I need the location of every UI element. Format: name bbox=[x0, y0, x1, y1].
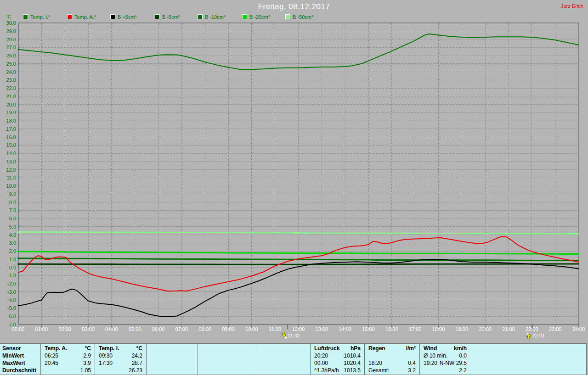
rise-arrow-icon bbox=[526, 332, 532, 339]
table-value-row: 18:200.4 bbox=[365, 359, 419, 367]
table-value-row: ^1.3hPa/h1013.5 bbox=[311, 367, 364, 374]
table-cell-time bbox=[257, 367, 261, 374]
table-cell-value: 3.9 bbox=[83, 359, 95, 367]
chart-plot bbox=[0, 0, 588, 343]
y-axis-tick-label: 27.0 bbox=[0, 45, 16, 50]
y-axis-tick-label: 6.0 bbox=[0, 216, 16, 221]
y-axis-tick-label: 21.0 bbox=[0, 94, 16, 99]
x-axis-tick-label: 19:00 bbox=[451, 326, 473, 332]
table-value-row: 00:001020.4 bbox=[311, 359, 364, 367]
y-axis-tick-label: 24.0 bbox=[0, 69, 16, 75]
table-value-row bbox=[147, 359, 198, 367]
y-axis-tick-label: 7.0 bbox=[0, 207, 16, 213]
table-column: Windkm/hØ 10 min.0.019:20N-NW 29.52.2 bbox=[419, 344, 586, 375]
table-cell-time: Ø 10 min. bbox=[420, 352, 447, 359]
table-cell-value bbox=[253, 359, 257, 367]
x-axis-tick-label: 09:00 bbox=[217, 326, 239, 332]
y-axis-tick-label: -6.0 bbox=[0, 313, 16, 319]
table-cell-time: ^1.3hPa/h bbox=[311, 367, 339, 374]
table-cell-time bbox=[257, 359, 261, 367]
table-cell-time bbox=[420, 367, 424, 374]
table-cell-value bbox=[253, 352, 257, 359]
y-axis-tick-label: 17.0 bbox=[0, 126, 16, 132]
series-b-5cm bbox=[18, 264, 579, 264]
table-cell-time bbox=[365, 352, 368, 359]
table-cell-value: 1010.4 bbox=[344, 352, 364, 359]
table-cell-time bbox=[41, 367, 45, 374]
table-value-row: 26.23 bbox=[95, 367, 146, 374]
table-value-row: 20:453.9 bbox=[41, 359, 95, 367]
table-column-header bbox=[198, 345, 257, 352]
table-column-header: Regenl/m² bbox=[365, 345, 419, 352]
table-cell-value bbox=[306, 367, 310, 374]
x-axis-tick-label: 03:00 bbox=[77, 326, 99, 332]
table-value-row bbox=[198, 367, 257, 374]
table-column: LuftdruckhPa20:201010.400:001020.4^1.3hP… bbox=[310, 344, 364, 375]
x-axis-tick-label: 01:00 bbox=[30, 326, 52, 332]
series-b-50cm bbox=[18, 232, 579, 234]
table-cell-value: 24.2 bbox=[132, 352, 146, 359]
table-cell-value: 26.23 bbox=[129, 367, 146, 374]
y-axis-tick-label: 1.0 bbox=[0, 257, 16, 262]
y-axis-tick-label: 10.0 bbox=[0, 183, 16, 189]
table-cell-value bbox=[416, 352, 419, 359]
y-axis-tick-label: 30.0 bbox=[0, 20, 16, 26]
table-cell-time: 09:30 bbox=[95, 352, 113, 359]
table-column-header: LuftdruckhPa bbox=[311, 345, 364, 352]
y-axis-tick-label: 16.0 bbox=[0, 134, 16, 140]
x-axis-tick-label: 20:00 bbox=[474, 326, 496, 332]
table-header-name bbox=[257, 345, 261, 352]
x-axis-tick-label: 08:00 bbox=[194, 326, 216, 332]
table-header-unit bbox=[194, 345, 198, 352]
table-header-name bbox=[198, 345, 202, 352]
y-axis-tick-label: 0.0 bbox=[0, 265, 16, 270]
table-row-label: Sensor bbox=[0, 345, 40, 352]
table-header-unit: l/m² bbox=[406, 345, 419, 352]
table-cell-value: 2.2 bbox=[459, 367, 470, 374]
table-cell-value bbox=[306, 352, 310, 359]
y-axis-tick-label: -4.0 bbox=[0, 297, 16, 303]
table-cell-value: 28.7 bbox=[132, 359, 146, 367]
table-cell-time bbox=[257, 352, 261, 359]
table-column-header bbox=[147, 345, 198, 352]
table-cell-value bbox=[253, 367, 257, 374]
table-column bbox=[198, 344, 257, 375]
y-axis-tick-label: 2.0 bbox=[0, 248, 16, 254]
table-cell-value bbox=[306, 359, 310, 367]
y-axis-tick-label: 25.0 bbox=[0, 61, 16, 67]
x-axis-tick-label: 18:00 bbox=[428, 326, 450, 332]
y-axis-tick-label: 13.0 bbox=[0, 159, 16, 164]
y-axis-tick-label: 12.0 bbox=[0, 167, 16, 173]
y-axis-tick-label: 26.0 bbox=[0, 53, 16, 58]
table-value-row: 17:3028.7 bbox=[95, 359, 146, 367]
table-value-row: 19:20N-NW 29.5 bbox=[420, 359, 470, 367]
table-header-name: Temp. I. bbox=[95, 345, 119, 352]
x-axis-tick-label: 11:00 bbox=[264, 326, 286, 332]
x-axis-tick-label: 07:00 bbox=[170, 326, 192, 332]
x-axis-tick-label: 15:00 bbox=[357, 326, 379, 332]
table-value-row: 09:3024.2 bbox=[95, 352, 146, 359]
x-axis-tick-label: 21:00 bbox=[498, 326, 520, 332]
y-axis-tick-label: 14.0 bbox=[0, 151, 16, 156]
table-cell-time: 18:20 bbox=[365, 359, 382, 367]
time-marker-label: 11:32 bbox=[288, 332, 300, 339]
table-cell-time bbox=[147, 352, 150, 359]
y-axis-tick-label: 29.0 bbox=[0, 28, 16, 34]
x-axis-tick-label: 04:00 bbox=[101, 326, 123, 332]
y-axis-tick-label: 9.0 bbox=[0, 191, 16, 197]
x-axis-tick-label: 13:00 bbox=[311, 326, 333, 332]
table-column bbox=[146, 344, 198, 375]
table-cell-value: 0.0 bbox=[459, 352, 470, 359]
table-value-row: 1.05 bbox=[41, 367, 95, 374]
table-column bbox=[257, 344, 310, 375]
x-axis-tick-label: 00:00 bbox=[7, 326, 29, 332]
time-marker: 22:01 bbox=[526, 332, 545, 339]
table-cell-time: Gesamt: bbox=[365, 367, 389, 374]
y-axis-tick-label: -2.0 bbox=[0, 281, 16, 286]
table-cell-value: 1020.4 bbox=[344, 359, 364, 367]
table-cell-time bbox=[147, 359, 150, 367]
table-value-row bbox=[365, 352, 419, 359]
y-axis-tick-label: 8.0 bbox=[0, 200, 16, 205]
x-axis-tick-label: 22:00 bbox=[521, 326, 543, 332]
table-value-row bbox=[257, 367, 310, 374]
